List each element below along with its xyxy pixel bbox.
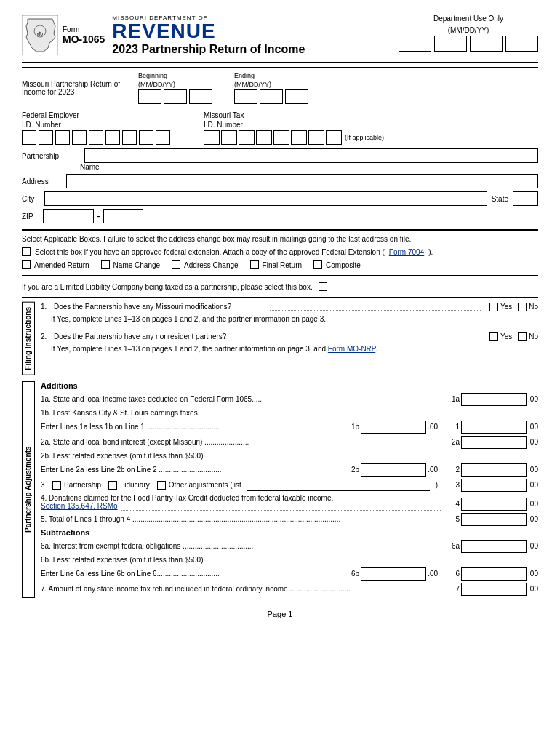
line-5-right-cents: .00 — [528, 515, 538, 523]
amended-return-checkbox[interactable] — [22, 260, 31, 269]
line-6b-desc: 6b. Less: related expenses (omit if less… — [41, 555, 538, 565]
extension-checkbox[interactable] — [22, 247, 31, 256]
extension-text: Select this box if you have an approved … — [35, 248, 385, 256]
dept-use-box-4[interactable] — [505, 36, 538, 52]
line-7-total[interactable] — [461, 583, 527, 596]
q2-sub-1: If Yes, complete Lines 1–13 on pages 1 a… — [51, 345, 328, 353]
mo-tax-box-5[interactable] — [273, 130, 289, 145]
llc-checkbox[interactable] — [319, 282, 327, 291]
line-5-total[interactable] — [461, 513, 527, 526]
line-1a-desc: 1a. State and local income taxes deducte… — [41, 394, 444, 404]
mo-tax-box-8[interactable] — [326, 130, 342, 145]
dept-use-box-3[interactable] — [470, 36, 503, 52]
line-3-partnership-label: Partnership — [64, 481, 101, 489]
beginning-dd[interactable] — [164, 89, 187, 104]
line-1a-label: 1a — [447, 395, 460, 403]
line-6a-amount[interactable] — [461, 540, 527, 553]
line-1-total[interactable] — [461, 421, 527, 434]
line-4-total[interactable] — [461, 498, 527, 511]
line-7-desc: 7. Amount of any state income tax refund… — [41, 584, 444, 594]
line-3-right-num: 3 — [447, 481, 460, 489]
form-title: 2023 Partnership Return of Income — [112, 43, 305, 56]
q1-sub: If Yes, complete Lines 1–13 on pages 1 a… — [51, 315, 326, 323]
zip-dash: - — [97, 210, 100, 222]
q2-yes-checkbox[interactable] — [489, 332, 498, 341]
partnership-adjustments-sidebar: Partnership Adjustments — [22, 381, 35, 598]
mo-tax-box-4[interactable] — [256, 130, 272, 145]
ending-yy[interactable] — [285, 89, 308, 104]
mo-tax-label-2: I.D. Number — [204, 121, 384, 129]
additions-title: Additions — [41, 381, 538, 390]
mo-tax-box-2[interactable] — [221, 130, 237, 145]
dept-use-box-2[interactable] — [434, 36, 467, 52]
ein-box-5[interactable] — [89, 130, 103, 145]
mo-tax-box-3[interactable] — [239, 130, 255, 145]
line-3-fiduciary-checkbox[interactable] — [108, 481, 117, 490]
dept-use-box-1[interactable] — [399, 36, 431, 52]
form-mo-nrp-link[interactable]: Form MO-NRP — [328, 345, 375, 353]
line-1b-label: 1b — [346, 423, 359, 431]
ein-box-9[interactable] — [156, 130, 170, 145]
line-2b-cents: .00 — [428, 466, 438, 474]
line-1-right-num: 1 — [447, 423, 460, 431]
final-return-checkbox[interactable] — [250, 260, 259, 269]
line-1b-desc: 1b. Less: Kansas City & St. Louis earnin… — [41, 408, 538, 418]
line-1a-amount[interactable] — [461, 393, 527, 406]
line-1b-amount[interactable] — [361, 421, 426, 434]
ending-label: Ending — [234, 72, 255, 79]
q2-number: 2. — [41, 332, 51, 342]
notice-text: Select Applicable Boxes. Failure to sele… — [22, 235, 538, 243]
zip-input-main[interactable] — [43, 209, 94, 223]
ein-box-2[interactable] — [39, 130, 53, 145]
ein-box-4[interactable] — [72, 130, 87, 145]
line-6b-amount[interactable] — [361, 567, 426, 581]
ending-mmddyy: (MM/DD/YY) — [234, 81, 271, 88]
beginning-mm[interactable] — [138, 89, 161, 104]
city-input[interactable] — [44, 191, 487, 206]
name-change-checkbox[interactable] — [101, 260, 110, 269]
state-input[interactable] — [513, 191, 538, 206]
mo-tax-box-1[interactable] — [204, 130, 220, 145]
q2-no-label: No — [529, 332, 538, 342]
ein-box-8[interactable] — [139, 130, 153, 145]
ein-box-1[interactable] — [22, 130, 36, 145]
line-4-link[interactable]: Section 135.647, RSMo — [41, 502, 118, 510]
line-6-right-num: 6 — [447, 570, 460, 578]
ein-box-3[interactable] — [55, 130, 70, 145]
mo-tax-box-6[interactable] — [291, 130, 307, 145]
line-1-right-cents: .00 — [528, 423, 538, 431]
ending-mm[interactable] — [234, 89, 257, 104]
line-2a-cents: .00 — [528, 438, 538, 446]
address-change-checkbox[interactable] — [172, 260, 180, 269]
line-3-partnership-checkbox[interactable] — [52, 481, 61, 490]
address-input[interactable] — [66, 174, 538, 188]
line-3-other-checkbox[interactable] — [157, 481, 166, 490]
partnership-name-input[interactable] — [84, 148, 538, 163]
form-7004-link[interactable]: Form 7004 — [389, 248, 424, 256]
ein-box-6[interactable] — [105, 130, 120, 145]
q1-yes-checkbox[interactable] — [489, 303, 498, 311]
line-2b-amount[interactable] — [361, 463, 426, 477]
extension-row: Select this box if you have an approved … — [22, 247, 538, 256]
llc-text: If you are a Limited Liability Company b… — [22, 283, 313, 291]
mo-tax-box-7[interactable] — [308, 130, 324, 145]
composite-checkbox[interactable] — [313, 260, 322, 269]
line-3-total[interactable] — [461, 479, 527, 492]
zip-input-ext[interactable] — [103, 209, 143, 223]
line-1b-desc2: Enter Lines 1a less 1b on Line 1 .......… — [41, 422, 343, 431]
beginning-yy[interactable] — [189, 89, 212, 104]
q1-text: Does the Partnership have any Missouri m… — [54, 302, 264, 312]
name-change-label: Name Change — [113, 261, 160, 269]
q2-no-checkbox[interactable] — [518, 332, 527, 341]
partnership-label: Partnership — [22, 152, 80, 160]
q2-text: Does the Partnership have any nonresiden… — [54, 332, 264, 342]
line-2-total[interactable] — [461, 463, 527, 477]
ending-dd[interactable] — [260, 89, 283, 104]
line-6-total[interactable] — [461, 567, 527, 581]
line-2-right-cents: .00 — [528, 466, 538, 474]
line-2a-amount[interactable] — [461, 436, 527, 449]
ein-box-7[interactable] — [122, 130, 137, 145]
line-7-right-cents: .00 — [528, 585, 538, 593]
q1-no-checkbox[interactable] — [518, 303, 527, 311]
line-2b-desc: 2b. Less: related expenses (omit if less… — [41, 451, 538, 461]
